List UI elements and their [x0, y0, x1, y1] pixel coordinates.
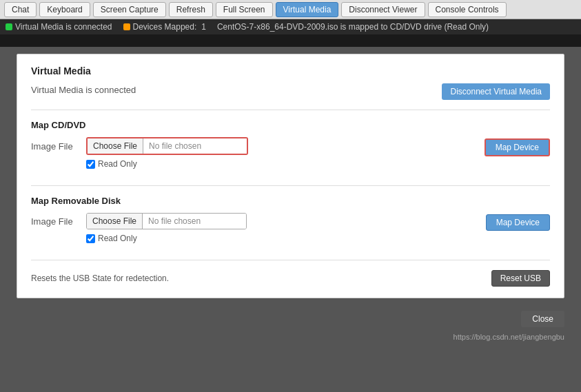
disconnect-virtual-media-button[interactable]: Disconnect Virtual Media [442, 83, 550, 100]
disk-readonly-label: Read Only [98, 234, 137, 243]
iso-info: CentOS-7-x86_64-DVD-2009.iso is mapped t… [217, 22, 489, 32]
devices-mapped-indicator: Devices Mapped: 1 [123, 22, 206, 32]
cd-file-name: No file chosen [143, 138, 247, 154]
green-dot-icon [6, 23, 12, 30]
disk-right: Map Device [486, 213, 550, 231]
console-controls-button[interactable]: Console Controls [428, 2, 507, 17]
cd-image-file-row: Image File Choose File No file chosen [31, 137, 471, 155]
disk-readonly-row: Read Only [86, 234, 472, 243]
disk-file-input-group: Choose File No file chosen [86, 213, 247, 229]
orange-dot-icon [123, 23, 130, 30]
virtual-media-panel: Virtual Media Virtual Media is connected… [17, 54, 564, 298]
cd-map-device-button[interactable]: Map Device [485, 138, 550, 156]
disk-left: Image File Choose File No file chosen Re… [31, 213, 472, 250]
cd-file-input-group: Choose File No file chosen [86, 137, 248, 155]
cd-readonly-row: Read Only [86, 159, 471, 169]
cd-right: Map Device [485, 137, 550, 156]
map-disk-title: Map Removable Disk [31, 196, 550, 206]
refresh-button[interactable]: Refresh [169, 2, 213, 17]
cd-image-label: Image File [31, 141, 86, 152]
toolbar: Chat Keyboard Screen Capture Refresh Ful… [0, 0, 581, 19]
disconnect-viewer-button[interactable]: Disconnect Viewer [341, 2, 425, 17]
screen-capture-button[interactable]: Screen Capture [93, 2, 166, 17]
divider-1 [31, 110, 550, 110]
disk-choose-file-button[interactable]: Choose File [87, 214, 143, 229]
divider-2 [31, 185, 550, 186]
virtual-media-button[interactable]: Virtual Media [276, 2, 339, 17]
cd-readonly-label: Read Only [98, 159, 137, 169]
disk-map-device-button[interactable]: Map Device [486, 214, 550, 231]
reset-text: Resets the USB State for redetection. [31, 274, 491, 283]
devices-label: Devices Mapped: [133, 22, 197, 32]
cd-readonly-checkbox[interactable] [86, 160, 95, 169]
status-bar: Virtual Media is connected Devices Mappe… [0, 19, 581, 34]
dark-bar [0, 34, 581, 47]
chat-button[interactable]: Chat [4, 2, 37, 17]
connected-label: Virtual Media is connected [15, 22, 112, 32]
disk-row: Image File Choose File No file chosen Re… [31, 213, 550, 250]
watermark: https://blog.csdn.net/jiangbengbu [8, 333, 573, 342]
map-cd-title: Map CD/DVD [31, 120, 550, 130]
keyboard-button[interactable]: Keyboard [39, 2, 90, 17]
disk-file-name: No file chosen [143, 214, 246, 229]
disk-readonly-checkbox[interactable] [86, 234, 95, 243]
cd-dvd-row: Image File Choose File No file chosen Re… [31, 137, 550, 176]
close-button[interactable]: Close [521, 311, 564, 327]
disk-image-label: Image File [31, 216, 86, 227]
connection-status-text: Virtual Media is connected [31, 85, 136, 95]
disk-image-file-row: Image File Choose File No file chosen [31, 213, 472, 229]
devices-count: 1 [201, 22, 206, 32]
reset-usb-row: Resets the USB State for redetection. Re… [31, 270, 550, 287]
reset-usb-button[interactable]: Reset USB [491, 270, 550, 287]
cd-left: Image File Choose File No file chosen Re… [31, 137, 471, 176]
panel-title: Virtual Media [31, 65, 550, 76]
divider-3 [31, 260, 550, 260]
full-screen-button[interactable]: Full Screen [216, 2, 273, 17]
cd-choose-file-button[interactable]: Choose File [88, 138, 143, 154]
bottom-bar: Close [8, 305, 573, 333]
connection-status-indicator: Virtual Media is connected [6, 22, 112, 32]
